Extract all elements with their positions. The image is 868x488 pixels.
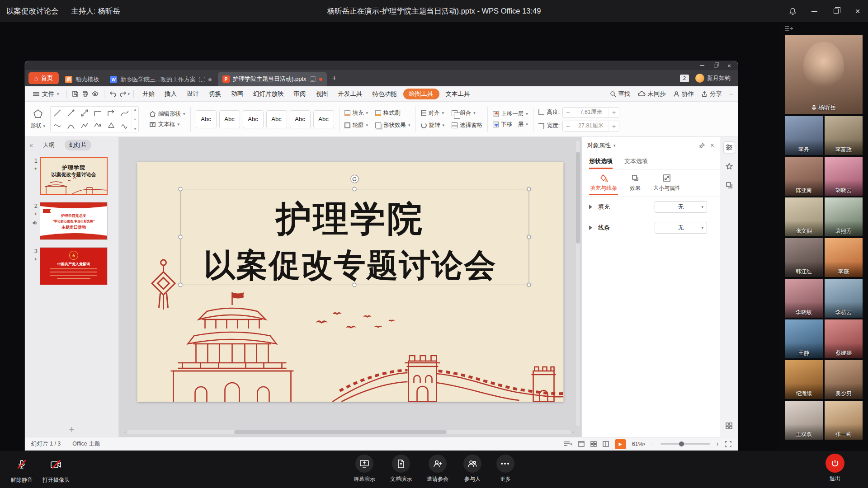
shape-style-preset[interactable]: Abc [266,110,287,128]
line-select[interactable]: 无 ▾ [655,222,707,234]
zoom-out-button[interactable]: − [651,441,654,447]
find-button[interactable]: 查找 [610,90,631,98]
participant-tile[interactable]: 李晓敏 [785,279,823,318]
rotate-handle[interactable] [350,175,359,183]
online-users-badge[interactable]: 2 [680,75,689,82]
polyline-arrow-icon[interactable] [91,119,105,132]
participant-tile[interactable]: 王静 [785,319,823,358]
collaborate-button[interactable]: 协作 [673,90,694,98]
reading-view-icon[interactable] [603,441,609,447]
scribble-shape-icon[interactable] [118,119,132,132]
h-scroll-thumb[interactable] [234,430,447,434]
polyline-shape-icon[interactable] [78,119,91,132]
participant-tile[interactable]: 张一莉 [825,401,863,440]
width-decrease-button[interactable]: − [563,121,573,131]
bring-forward-button[interactable]: 上移一层▾ [493,110,528,118]
resize-handle-e[interactable] [527,235,531,239]
size-and-properties-tab[interactable]: 大小与属性 [652,171,681,195]
menu-tab-design[interactable]: 设计 [182,86,204,102]
presenter-video-tile[interactable]: 杨昕岳 [785,35,863,114]
collapse-ribbon-icon[interactable]: ︿ [729,91,733,97]
preview-button[interactable] [90,89,100,99]
wps-minimize-button[interactable] [697,63,707,69]
minimize-button[interactable] [810,7,818,15]
slide-thumbnail-2[interactable]: 2 ✦ 护理学院党总支 “牢 [28,202,115,240]
pin-icon[interactable] [699,143,705,149]
participant-tile[interactable]: 张文熙 [785,197,823,236]
shape-style-preset[interactable]: Abc [243,110,264,128]
text-options-tab[interactable]: 文本选项 [624,154,648,169]
effects-tab[interactable]: 效果 [629,171,642,195]
height-increase-button[interactable]: + [609,108,619,117]
fill-button[interactable]: 填充▾ [344,109,368,117]
outline-button[interactable]: 轮廓▾ [344,122,368,129]
elbow-arrow-icon[interactable] [104,107,118,119]
screen-present-button[interactable]: 屏幕演示 [354,455,375,483]
undo-button[interactable] [108,89,118,99]
rotate-button[interactable]: 旋转▾ [421,122,445,129]
exit-meeting-button[interactable]: 退出 [826,454,844,483]
menu-tab-insert[interactable]: 插入 [160,86,182,102]
participant-tile[interactable]: 王双双 [785,401,823,440]
slides-tab[interactable]: 幻灯片 [65,140,91,150]
shape-style-preset[interactable]: Abc [219,110,240,128]
participant-tile[interactable]: 李丹 [785,116,823,155]
close-button[interactable]: × [854,7,862,15]
curve-connector-icon[interactable] [118,107,132,119]
save-button[interactable] [71,89,80,99]
notes-icon[interactable]: ▾ [563,441,572,447]
collapse-participants-icon[interactable] [785,22,863,35]
resize-handle-se[interactable] [527,283,531,287]
zoom-level[interactable]: 61%▾ [632,441,646,447]
resize-handle-sw[interactable] [178,283,182,287]
participant-tile[interactable]: 李枋云 [825,279,863,318]
shape-options-tab[interactable]: 形状选项 [589,154,613,169]
wps-restore-button[interactable] [711,63,721,69]
menu-tab-start[interactable]: 开始 [137,86,160,102]
file-menu[interactable]: 文件 ▾ [29,90,63,98]
zoom-slider-knob[interactable] [679,441,684,446]
favorites-strip-icon[interactable] [723,160,735,172]
menu-tab-drawing-tools-active[interactable]: 绘图工具 [403,89,439,99]
wps-close-button[interactable]: × [724,63,734,69]
shape-effects-button[interactable]: 形状效果▾ [375,122,410,129]
grid-view-strip-icon[interactable] [723,420,735,432]
wps-templates-tab[interactable]: 稻 稻壳模板 [61,73,104,86]
resize-handle-w[interactable] [178,235,182,239]
menu-tab-transition[interactable]: 切换 [204,86,226,102]
fill-select[interactable]: 无 ▾ [655,201,707,213]
normal-view-icon[interactable] [578,441,585,447]
document-present-button[interactable]: 文档演示 [390,455,412,483]
collapse-panel-icon[interactable]: « [29,141,33,149]
wps-account[interactable]: 新月如钩 [695,74,731,83]
slide-canvas[interactable]: 护理学院 以案促改专题讨论会 [119,137,581,437]
double-arrow-shape-icon[interactable] [78,107,91,119]
expand-caret-icon[interactable] [589,225,594,230]
participant-tile[interactable]: 蔡娜娜 [825,319,863,358]
invite-button[interactable]: 邀请参会 [427,455,448,483]
slide-thumbnail-3[interactable]: 3 ✦ ★ 中国共产党入党誓词 [28,247,115,285]
fill-and-line-tab[interactable]: 填充与线条 [589,171,618,195]
v-scroll-thumb[interactable] [576,152,580,243]
close-panel-icon[interactable]: × [710,141,714,150]
notification-bell-icon[interactable] [788,7,797,15]
line-shape-icon[interactable] [51,107,64,119]
wps-home-tab[interactable]: ⌂ 首页 [28,72,59,84]
chevron-down-icon[interactable]: ▾ [613,143,616,148]
menu-tab-slideshow[interactable]: 幻灯片放映 [248,86,289,102]
slide-thumbnail-1[interactable]: 1 ✦ 护理学院 以案促改专题讨论会 [28,157,115,195]
participant-tile[interactable]: 李富政 [825,116,863,155]
freeform-shape-icon[interactable] [104,119,118,132]
current-slide[interactable]: 护理学院 以案促改专题讨论会 [137,162,563,402]
shape-style-preset[interactable]: Abc [290,110,311,128]
menu-tab-animation[interactable]: 动画 [226,86,248,102]
redo-button[interactable] [118,89,128,99]
slideshow-play-button[interactable]: ▶ [615,439,626,449]
participant-tile[interactable]: 陈亚南 [785,157,823,196]
participant-tile[interactable]: 韩江红 [785,238,823,277]
resize-handle-s[interactable] [352,283,356,287]
camera-on-button[interactable]: 打开摄像头 [42,455,70,484]
resize-handle-ne[interactable] [527,187,531,191]
resize-handle-n[interactable] [352,187,356,191]
menu-tab-review[interactable]: 审阅 [289,86,311,102]
